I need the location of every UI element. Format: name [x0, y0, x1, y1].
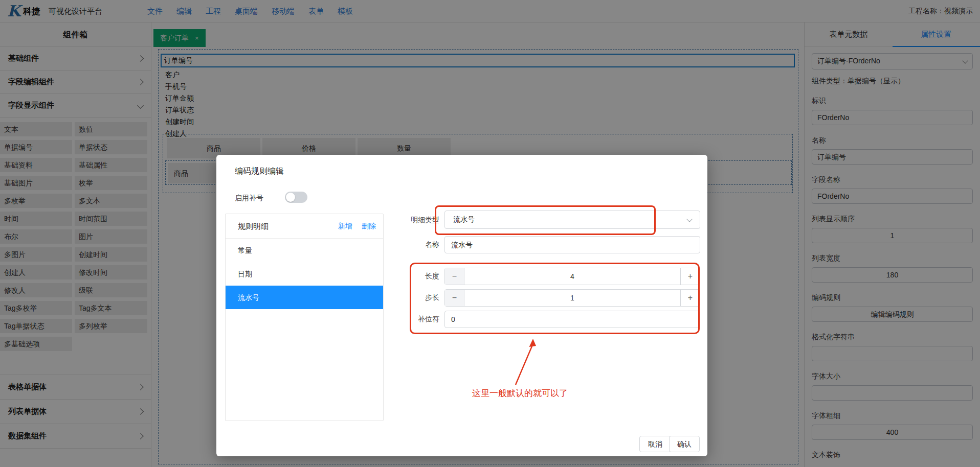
- detail-type-value: 流水号: [453, 215, 475, 224]
- name-input[interactable]: 流水号: [444, 236, 700, 253]
- length-stepper: − 4 +: [444, 268, 700, 285]
- toggle-knob: [286, 193, 295, 202]
- rule-list: 常量日期流水号: [226, 239, 383, 309]
- length-label: 长度: [383, 272, 439, 281]
- modal-title: 编码规则编辑: [235, 166, 284, 177]
- annotation-arrow: [500, 335, 546, 388]
- rule-detail-actions: 新增 删除: [338, 214, 376, 239]
- rule-detail-title: 规则明细: [238, 214, 269, 239]
- detail-type-select[interactable]: 流水号: [444, 211, 700, 229]
- step-stepper: − 1 +: [444, 289, 700, 307]
- confirm-button[interactable]: 确认: [669, 436, 700, 452]
- enable-padding-label: 启用补号: [235, 194, 263, 203]
- rule-delete-link[interactable]: 删除: [362, 222, 376, 231]
- detail-type-label: 明细类型: [383, 216, 439, 225]
- minus-button[interactable]: −: [445, 290, 464, 306]
- chevron-down-icon: [686, 216, 692, 222]
- length-value[interactable]: 4: [464, 268, 680, 285]
- rule-item[interactable]: 常量: [226, 239, 383, 262]
- rule-detail-panel: 规则明细 新增 删除 常量日期流水号: [225, 214, 384, 421]
- enable-padding-toggle[interactable]: [285, 192, 307, 203]
- cancel-button[interactable]: 取消: [639, 436, 671, 452]
- minus-button[interactable]: −: [445, 268, 464, 285]
- annotation-text: 这里一般默认的就可以了: [472, 387, 568, 399]
- step-label: 步长: [383, 293, 439, 302]
- pad-char-label: 补位符: [383, 315, 439, 324]
- encoding-rule-modal: 编码规则编辑 启用补号 规则明细 新增 删除 常量日期流水号 明细类型 流水号 …: [216, 155, 707, 456]
- rule-item[interactable]: 流水号: [226, 286, 383, 309]
- rule-detail-header: 规则明细 新增 删除: [226, 214, 383, 239]
- step-value[interactable]: 1: [464, 290, 680, 306]
- rule-item[interactable]: 日期: [226, 262, 383, 286]
- plus-button[interactable]: +: [680, 268, 700, 285]
- rule-add-link[interactable]: 新增: [338, 222, 352, 231]
- plus-button[interactable]: +: [680, 290, 700, 306]
- name-label: 名称: [383, 240, 439, 249]
- pad-char-input[interactable]: 0: [444, 311, 700, 328]
